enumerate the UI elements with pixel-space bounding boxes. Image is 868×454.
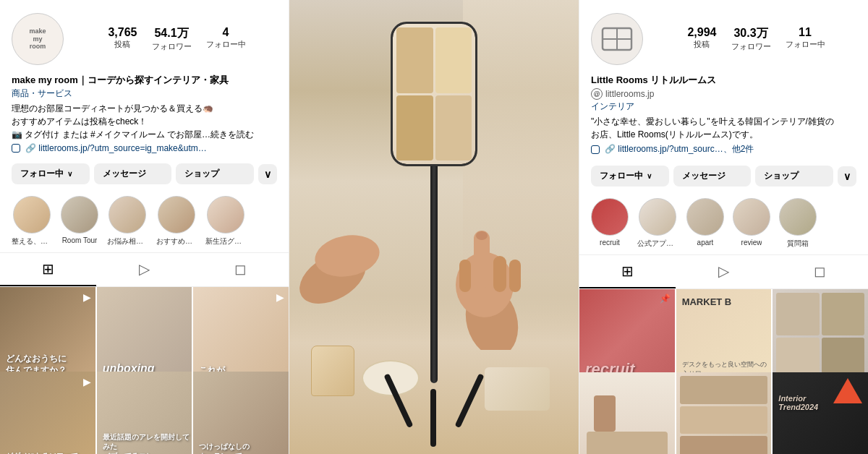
left-message-button[interactable]: メッセージ [94,163,172,184]
left-profile-header: makemyroom 3,765 投稿 54.1万 フォロワー 4 フォロー中 [0,0,289,72]
left-grid-item-1[interactable]: ▶ どんなおうちに住んでますか？ [0,287,95,382]
video-badge-4: ▶ [83,376,91,387]
left-grid-item-6[interactable]: つけっぱなしのカーテンって [193,372,289,455]
svg-rect-4 [509,260,521,292]
left-grid-item-2[interactable]: unboxing [97,287,192,382]
right-highlight-1[interactable]: recruit [591,198,629,249]
link-icon-right [591,145,600,154]
right-follow-arrow-icon: ∨ [647,172,652,180]
triangle-decoration [833,378,862,403]
right-tab-tagged[interactable]: ◻ [772,255,868,288]
right-highlight-5[interactable]: 質問箱 [779,198,817,249]
left-profile-bio: 理想のお部屋コーディネートが見つかる＆買える🦔 おすすめアイテムは投稿をchec… [12,102,277,141]
right-stat-posts-label: 投稿 [694,39,710,50]
follow-arrow-icon: ∨ [67,170,72,178]
left-highlights-row: 整える、を… Room Tour お悩み相談会 おすすめラグ 新生活グッズ [0,190,289,252]
right-grid-item-2[interactable]: MARKET B デスクをもっと良い空間への入り口 [676,289,772,385]
right-grid: recruit 📌 MARKET B デスクをもっと良い空間への入り口 [579,289,868,454]
right-more-button[interactable]: ∨ [838,166,856,187]
right-stat-followers[interactable]: 30.3万 フォロワー [731,26,771,52]
left-grid: ▶ どんなおうちに住んでますか？ unboxing ▶ これが ▶ がダメになる… [0,287,289,454]
right-stat-following-number: 11 [799,26,812,39]
left-grid-text-5: 最近話題のアレを開封してみたバズってるコレ [103,432,192,454]
left-highlight-label-5: 新生活グッズ [205,236,246,247]
left-profile-category[interactable]: 商品・サービス [12,87,277,100]
right-message-button[interactable]: メッセージ [673,166,752,187]
left-stat-followers-label: フォロワー [152,41,192,52]
left-profile-info: make my room｜コーデから探すインテリア・家具 商品・サービス 理想の… [0,72,289,158]
right-action-buttons: フォロー中 ∨ メッセージ ショップ ∨ [579,160,868,192]
left-stat-following[interactable]: 4 フォロー中 [206,26,246,52]
left-stat-following-label: フォロー中 [206,39,246,50]
tagged-icon: ◻ [234,260,247,278]
right-highlight-label-4: review [741,239,762,247]
right-tagged-icon: ◻ [814,262,826,280]
littlerooms-logo-icon [599,25,635,53]
left-more-button[interactable]: ∨ [258,164,277,184]
right-highlight-label-5: 質問箱 [787,239,809,249]
right-profile-link[interactable]: 🔗 littlerooms.jp/?utm_sourc…、他2件 [591,143,856,155]
left-grid-item-4[interactable]: ▶ がダメになるソファで [0,372,95,455]
right-highlight-label-1: recruit [600,239,620,247]
right-highlights-row: recruit 公式アプリ🌿 apart review 質問箱 [579,192,868,254]
right-stats-row: 2,994 投稿 30.3万 フォロワー 11 フォロー中 [656,26,856,52]
left-profile-link[interactable]: 🔗 littlerooms.jp/?utm_source=ig_make&utm… [12,143,277,153]
right-stat-followers-number: 30.3万 [733,26,767,41]
left-tab-tagged[interactable]: ◻ [192,253,289,286]
right-reels-icon: ▷ [718,262,729,280]
link-icon [12,144,20,153]
right-threads-handle[interactable]: littlerooms.jp [605,89,654,99]
right-grid-item-3[interactable] [773,289,868,385]
right-grid-text-6: InteriorTrend2024 [778,394,818,411]
right-grid-item-4[interactable] [579,372,675,454]
threads-icon: @ [591,88,603,100]
left-highlight-label-1: 整える、を… [12,236,52,247]
right-stat-posts[interactable]: 2,994 投稿 [687,26,716,52]
left-stat-followers[interactable]: 54.1万 フォロワー [152,26,192,52]
left-highlight-2[interactable]: Room Tour [61,196,98,247]
right-highlight-label-2: 公式アプリ🌿 [637,239,678,249]
right-stat-following[interactable]: 11 フォロー中 [786,26,825,52]
right-profile-header: 2,994 投稿 30.3万 フォロワー 11 フォロー中 [579,0,868,72]
left-stat-posts[interactable]: 3,765 投稿 [108,26,137,52]
right-grid-text-2: MARKET B [682,296,732,307]
left-stat-posts-label: 投稿 [114,39,130,50]
left-stats-row: 3,765 投稿 54.1万 フォロワー 4 フォロー中 [77,26,277,52]
right-grid-item-1[interactable]: recruit 📌 [579,289,675,385]
right-follow-button[interactable]: フォロー中 ∨ [591,166,669,187]
left-profile-panel: makemyroom 3,765 投稿 54.1万 フォロワー 4 フォロー中 … [0,0,289,454]
left-shop-button[interactable]: ショップ [176,163,254,184]
right-grid-item-6[interactable]: InteriorTrend2024 [773,372,868,454]
right-profile-category[interactable]: インテリア [591,100,856,113]
right-highlight-4[interactable]: review [733,198,770,249]
left-tab-reels[interactable]: ▷ [96,253,192,286]
right-highlight-2[interactable]: 公式アプリ🌿 [637,198,678,249]
left-highlight-circle-2 [61,196,98,234]
right-profile-panel: 2,994 投稿 30.3万 フォロワー 11 フォロー中 Little Roo… [579,0,868,454]
left-grid-item-3[interactable]: ▶ これが [193,287,289,382]
left-highlight-3[interactable]: お悩み相談会 [107,196,148,247]
left-highlight-4[interactable]: おすすめラグ [156,196,197,247]
left-highlight-1[interactable]: 整える、を… [12,196,52,247]
left-highlight-circle-3 [109,196,146,234]
right-stat-posts-number: 2,994 [687,26,716,39]
left-highlight-circle-1 [13,196,51,234]
right-profile-bio: "小さな幸せ、愛おしい暮らし"を叶える韓国インテリア/雑貨のお店、Little … [591,115,856,141]
right-grid-item-5[interactable] [676,372,772,454]
right-highlight-3[interactable]: apart [686,198,724,249]
right-shop-button[interactable]: ショップ [755,166,833,187]
left-grid-text-6: つけっぱなしのカーテンって [199,442,250,454]
left-tab-grid[interactable]: ⊞ [0,253,96,286]
left-follow-button[interactable]: フォロー中 ∨ [12,163,90,184]
left-highlight-5[interactable]: 新生活グッズ [205,196,246,247]
left-highlight-circle-5 [207,196,244,234]
left-grid-item-5[interactable]: 最近話題のアレを開封してみたバズってるコレ [97,372,192,455]
right-profile-info: Little Rooms リトルルームス @ littlerooms.jp イン… [579,72,868,160]
right-tab-row: ⊞ ▷ ◻ [579,254,868,289]
reels-icon: ▷ [139,260,150,278]
right-tab-grid[interactable]: ⊞ [579,255,676,288]
right-tab-reels[interactable]: ▷ [676,255,772,288]
center-photo [289,0,579,454]
left-grid-text-4: がダメになるソファで [6,451,78,454]
right-highlight-circle-1 [591,198,629,236]
